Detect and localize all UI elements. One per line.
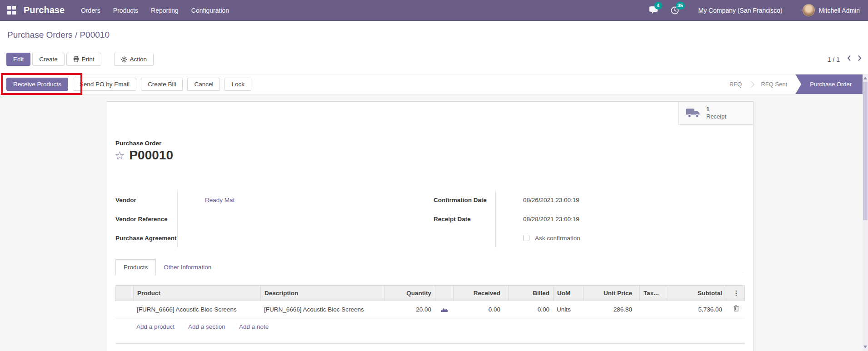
- forecast-chart-icon[interactable]: [440, 307, 448, 312]
- cell-uom: Units: [553, 301, 583, 318]
- smart-button-text: 1 Receipt: [706, 106, 726, 121]
- create-bill-button[interactable]: Create Bill: [141, 78, 183, 91]
- unit-price-column-header[interactable]: Unit Price: [583, 286, 639, 301]
- cell-quantity: 20.00: [384, 301, 435, 318]
- scroll-down-arrow-icon[interactable]: [863, 344, 868, 350]
- table-footer-links: Add a product Add a section Add a note: [115, 318, 745, 335]
- statusbar: Receive Products Send PO by Email Create…: [0, 74, 868, 94]
- pager-previous-icon[interactable]: [847, 55, 851, 61]
- app-title[interactable]: Purchase: [24, 5, 65, 15]
- stage-rfq[interactable]: RFQ: [721, 74, 750, 94]
- lock-button[interactable]: Lock: [224, 78, 251, 91]
- form-view-background: 1 Receipt Purchase Order ☆ P00010 Vendor…: [0, 95, 868, 351]
- add-a-section-link[interactable]: Add a section: [188, 323, 225, 330]
- cell-subtotal: 5,736.00: [666, 301, 726, 318]
- form-sheet: 1 Receipt Purchase Order ☆ P00010 Vendor…: [107, 101, 753, 351]
- purchase-agreement-label: Purchase Agreement: [115, 235, 177, 242]
- receipt-date-label: Receipt Date: [434, 216, 471, 222]
- nav-menu-products[interactable]: Products: [107, 1, 145, 20]
- messages-button[interactable]: 4: [649, 6, 658, 15]
- order-lines-table: Product Description Quantity Received Bi…: [115, 285, 745, 335]
- taxes-column-header[interactable]: Tax...: [639, 286, 666, 301]
- subtotal-column-header[interactable]: Subtotal: [666, 286, 726, 301]
- document-type-label: Purchase Order: [115, 140, 161, 147]
- document-name: P00010: [129, 148, 173, 163]
- navbar-right: 4 35 My Company (San Francisco) Mitchell…: [649, 4, 868, 16]
- received-column-header[interactable]: Received: [453, 286, 509, 301]
- receipt-count: 1: [706, 106, 726, 113]
- control-panel-buttons: Edit Create Print Action: [6, 53, 154, 66]
- company-switcher[interactable]: My Company (San Francisco): [698, 7, 783, 14]
- confirmation-date-label: Confirmation Date: [434, 197, 487, 203]
- action-button[interactable]: Action: [114, 53, 154, 66]
- pager-value[interactable]: 1 / 1: [828, 56, 840, 63]
- statusbar-buttons: Receive Products Send PO by Email Create…: [6, 78, 251, 91]
- forecast-column-header: [435, 286, 453, 301]
- ask-confirmation-label: Ask confirmation: [535, 235, 580, 242]
- user-avatar[interactable]: [803, 4, 815, 16]
- table-header-row: Product Description Quantity Received Bi…: [115, 285, 745, 301]
- truck-icon: [686, 108, 701, 119]
- tab-other-information[interactable]: Other Information: [156, 260, 219, 275]
- add-a-product-link[interactable]: Add a product: [136, 323, 175, 330]
- receipt-date-value: 08/28/2021 23:00:19: [523, 216, 579, 222]
- cancel-button[interactable]: Cancel: [187, 78, 220, 91]
- quantity-column-header[interactable]: Quantity: [384, 286, 435, 301]
- favorite-star-icon[interactable]: ☆: [115, 150, 125, 161]
- field-group-right: Confirmation Date Receipt Date 08/26/202…: [434, 190, 731, 247]
- vendor-reference-label: Vendor Reference: [115, 216, 168, 222]
- vertical-scrollbar[interactable]: [863, 74, 868, 351]
- add-a-note-link[interactable]: Add a note: [239, 323, 269, 330]
- gear-icon: [121, 56, 127, 63]
- section-divider: [115, 343, 745, 344]
- send-po-by-email-button[interactable]: Send PO by Email: [73, 78, 136, 91]
- activities-badge: 35: [676, 2, 685, 10]
- nav-menu-orders[interactable]: Orders: [75, 1, 107, 20]
- nav-menu-configuration[interactable]: Configuration: [185, 1, 235, 20]
- top-navbar: Purchase Orders Products Reporting Confi…: [0, 0, 868, 21]
- description-column-header[interactable]: Description: [260, 286, 384, 301]
- cell-unit-price: 286.80: [583, 301, 639, 318]
- edit-button[interactable]: Edit: [6, 53, 30, 66]
- cell-description: [FURN_6666] Acoustic Bloc Screens: [260, 301, 384, 318]
- user-menu[interactable]: Mitchell Admin: [819, 7, 860, 14]
- receipt-label: Receipt: [706, 113, 726, 120]
- pager-arrows: [847, 55, 862, 61]
- scrollbar-thumb[interactable]: [863, 82, 868, 220]
- create-button[interactable]: Create: [32, 53, 65, 66]
- vendor-value[interactable]: Ready Mat: [205, 197, 234, 203]
- receive-products-button[interactable]: Receive Products: [6, 78, 68, 91]
- receipt-smart-button[interactable]: 1 Receipt: [678, 102, 753, 125]
- cell-received: 0.00: [453, 301, 509, 318]
- billed-column-header[interactable]: Billed: [509, 286, 553, 301]
- stage-pipeline: RFQ RFQ Sent Purchase Order: [721, 74, 863, 94]
- stage-purchase-order-active[interactable]: Purchase Order: [795, 74, 863, 94]
- breadcrumb[interactable]: Purchase Orders / P00010: [7, 30, 110, 40]
- cell-billed: 0.00: [509, 301, 553, 318]
- handle-column-header: [116, 286, 133, 301]
- nav-menus: Orders Products Reporting Configuration: [75, 1, 235, 20]
- nav-menu-reporting[interactable]: Reporting: [145, 1, 185, 20]
- uom-column-header[interactable]: UoM: [553, 286, 583, 301]
- delete-line-trash-icon[interactable]: [733, 305, 739, 311]
- ask-confirmation-checkbox[interactable]: [523, 235, 529, 241]
- cell-product: [FURN_6666] Acoustic Bloc Screens: [133, 301, 260, 318]
- stage-rfq-sent[interactable]: RFQ Sent: [753, 74, 795, 94]
- document-title-row: ☆ P00010: [115, 148, 173, 163]
- vendor-label: Vendor: [115, 197, 136, 203]
- pager-next-icon[interactable]: [858, 55, 862, 61]
- order-line-row[interactable]: [FURN_6666] Acoustic Bloc Screens [FURN_…: [115, 301, 745, 318]
- tab-products[interactable]: Products: [115, 259, 156, 275]
- cell-taxes: [639, 301, 666, 318]
- scroll-up-arrow-icon[interactable]: [863, 75, 868, 81]
- optional-columns-icon[interactable]: ⋮: [733, 289, 739, 297]
- apps-grid-icon[interactable]: [7, 6, 16, 15]
- notebook-tabs: Products Other Information: [115, 259, 745, 275]
- print-button[interactable]: Print: [66, 53, 101, 66]
- activities-button[interactable]: 35: [670, 6, 679, 15]
- messages-badge: 4: [654, 2, 662, 10]
- field-group-left: Vendor Vendor Reference Purchase Agreeme…: [115, 190, 413, 247]
- printer-icon: [73, 56, 79, 62]
- product-column-header[interactable]: Product: [133, 286, 260, 301]
- confirmation-date-value: 08/26/2021 23:00:19: [523, 197, 579, 203]
